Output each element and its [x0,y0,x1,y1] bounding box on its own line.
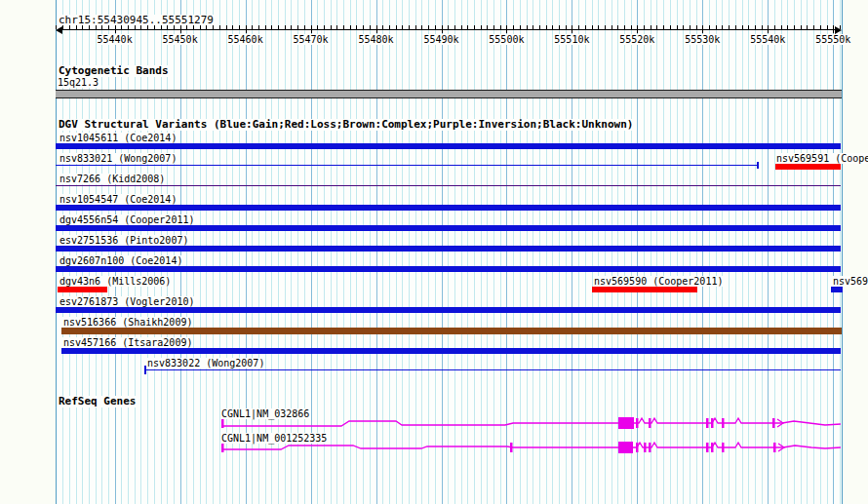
gene-exon-tick[interactable] [711,443,714,452]
gene-start-tick [221,419,224,428]
gene-exon-tick[interactable] [649,418,651,428]
gene-exon-tick[interactable] [706,443,709,452]
gene-exon-tick[interactable] [706,418,709,428]
gene-exon-tick[interactable] [636,443,639,452]
gene-exon-box[interactable] [618,417,634,429]
gene-intron-line[interactable] [222,418,841,426]
gene-exon-tick[interactable] [772,418,775,428]
gene-models-drawing [0,0,868,504]
gene-exon-tick[interactable] [711,418,714,428]
genome-browser-panel: chr15:55430945..55551279 55440k55450k554… [0,0,868,504]
gene-exon-tick[interactable] [722,443,725,452]
gene-exon-box[interactable] [618,442,633,453]
gene-start-tick [221,444,224,452]
gene-exon-tick[interactable] [644,443,647,452]
gene-exon-tick[interactable] [510,443,513,452]
gene-exon-tick[interactable] [722,418,725,428]
gene-exon-tick[interactable] [636,418,639,428]
gene-intron-line[interactable] [222,443,841,449]
gene-exon-tick[interactable] [773,443,776,452]
gene-exon-tick[interactable] [649,443,651,452]
